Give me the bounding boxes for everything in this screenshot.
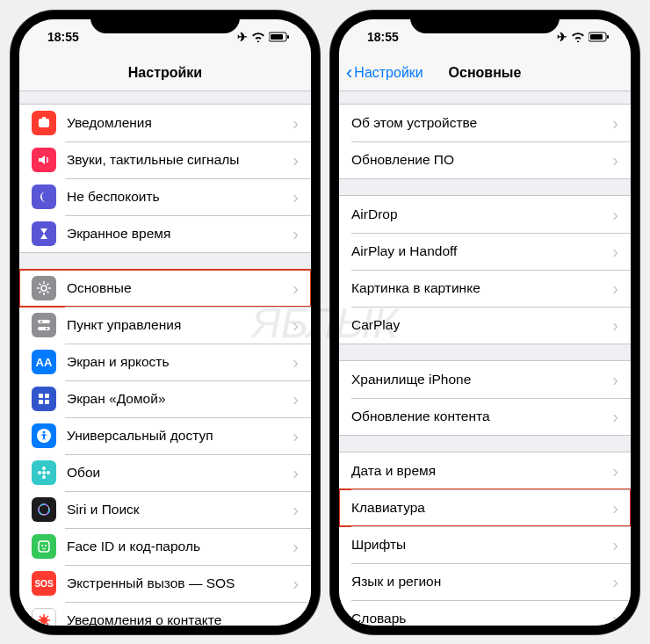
general-list[interactable]: Об этом устройстве›Обновление ПО›AirDrop… [339, 91, 631, 626]
chevron-right-icon: › [292, 611, 299, 626]
list-item[interactable]: Картинка в картинке› [339, 270, 631, 307]
svg-point-5 [41, 286, 47, 291]
list-item[interactable]: AAЭкран и яркость› [19, 344, 311, 380]
page-title: Основные [449, 65, 522, 81]
wifi-icon [251, 32, 265, 42]
face-icon [32, 534, 56, 559]
list-item[interactable]: Экран «Домой»› [19, 380, 311, 417]
row-label: Уведомления о контакте [67, 612, 292, 626]
row-label: Обои [67, 465, 292, 481]
screen-right: 18:55 ✈ ‹ Настройки Основные Об этом уст… [339, 19, 631, 626]
row-label: Словарь [351, 611, 612, 626]
siri-icon [32, 497, 56, 522]
AA-icon: AA [32, 350, 56, 374]
svg-rect-4 [42, 117, 46, 119]
list-item[interactable]: Не беспокоить› [19, 178, 311, 215]
svg-point-17 [42, 467, 46, 470]
list-item[interactable]: Уведомления о контакте› [19, 602, 311, 626]
row-label: AirPlay и Handoff [351, 243, 612, 259]
back-button[interactable]: ‹ Настройки [346, 62, 423, 84]
row-label: Основные [67, 280, 292, 296]
chevron-right-icon: › [612, 279, 618, 297]
svg-point-8 [40, 321, 43, 323]
list-item[interactable]: Универсальный доступ› [19, 417, 311, 454]
switches-icon [32, 313, 56, 337]
virus-icon [32, 608, 56, 626]
svg-rect-40 [590, 34, 603, 40]
list-item[interactable]: Пункт управления› [19, 307, 311, 344]
list-item[interactable]: CarPlay› [339, 307, 631, 344]
chevron-left-icon: ‹ [346, 62, 352, 84]
list-item[interactable]: Обои› [19, 454, 311, 491]
row-label: Пункт управления [67, 317, 292, 333]
svg-rect-6 [38, 320, 50, 323]
list-item[interactable]: AirDrop› [339, 196, 631, 233]
list-item[interactable]: Уведомления› [19, 105, 311, 141]
list-item[interactable]: Шрифты› [339, 526, 631, 563]
list-item[interactable]: Face ID и код-пароль› [19, 528, 311, 565]
row-label: Универсальный доступ [67, 428, 292, 444]
svg-rect-13 [45, 400, 49, 404]
svg-line-33 [47, 623, 48, 625]
svg-point-15 [43, 431, 46, 434]
svg-rect-12 [39, 400, 43, 404]
list-item[interactable]: Язык и регион› [339, 563, 631, 600]
row-label: Экранное время [67, 226, 292, 242]
chevron-right-icon: › [292, 464, 299, 481]
svg-rect-10 [39, 394, 43, 398]
status-icons: ✈ [237, 30, 290, 44]
row-label: Хранилище iPhone [351, 372, 612, 387]
gear-icon [32, 276, 56, 300]
sound-icon [32, 148, 56, 172]
chevron-right-icon: › [612, 114, 618, 132]
row-label: Face ID и код-пароль [67, 539, 292, 554]
list-item[interactable]: Основные› [19, 270, 311, 307]
airplane-icon: ✈ [557, 30, 567, 44]
page-title: Настройки [128, 65, 202, 81]
settings-list[interactable]: Уведомления›Звуки, тактильные сигналы›Не… [19, 91, 311, 626]
row-label: Экран «Домой» [67, 391, 292, 407]
phone-right: 18:55 ✈ ‹ Настройки Основные Об этом уст… [330, 11, 639, 634]
screen-left: 18:55 ✈ Настройки Уведомления›Звуки, так… [19, 19, 311, 626]
chevron-right-icon: › [292, 316, 299, 334]
row-label: Обновление контента [351, 409, 612, 424]
row-label: Не беспокоить [67, 189, 292, 205]
nav-bar: ‹ Настройки Основные [339, 54, 631, 91]
row-label: Шрифты [351, 537, 612, 553]
svg-point-16 [42, 471, 46, 474]
phone-left: 18:55 ✈ Настройки Уведомления›Звуки, так… [11, 11, 320, 634]
chevron-right-icon: › [292, 225, 299, 242]
chevron-right-icon: › [612, 573, 618, 590]
list-item[interactable]: Звуки, тактильные сигналы› [19, 141, 311, 178]
row-label: Экстренный вызов — SOS [67, 575, 292, 591]
list-item[interactable]: AirPlay и Handoff› [339, 233, 631, 270]
svg-point-20 [47, 471, 50, 474]
svg-rect-1 [287, 35, 289, 39]
svg-line-32 [40, 616, 41, 618]
svg-point-25 [41, 545, 43, 546]
list-item[interactable]: SOSЭкстренный вызов — SOS› [19, 565, 311, 602]
battery-icon [589, 32, 610, 42]
list-item[interactable]: Siri и Поиск› [19, 491, 311, 528]
status-time: 18:55 [47, 30, 79, 44]
svg-rect-24 [39, 541, 49, 552]
chevron-right-icon: › [292, 390, 299, 408]
svg-rect-3 [39, 119, 49, 127]
list-item[interactable]: Обновление ПО› [339, 141, 631, 178]
row-label: CarPlay [351, 317, 612, 333]
list-item[interactable]: Экранное время› [19, 215, 311, 252]
list-item[interactable]: Словарь› [339, 600, 631, 626]
svg-point-18 [42, 475, 46, 479]
row-label: Дата и время [351, 463, 612, 479]
battery-icon [269, 32, 290, 42]
chevron-right-icon: › [292, 279, 299, 297]
chevron-right-icon: › [612, 408, 618, 425]
list-item[interactable]: Клавиатура› [339, 489, 631, 526]
list-item[interactable]: Дата и время› [339, 452, 631, 489]
list-item[interactable]: Обновление контента› [339, 398, 631, 435]
list-item[interactable]: Хранилище iPhone› [339, 361, 631, 398]
list-item[interactable]: Об этом устройстве› [339, 105, 631, 141]
svg-point-26 [45, 545, 47, 546]
hourglass-icon [32, 221, 56, 246]
row-label: Экран и яркость [67, 354, 292, 370]
